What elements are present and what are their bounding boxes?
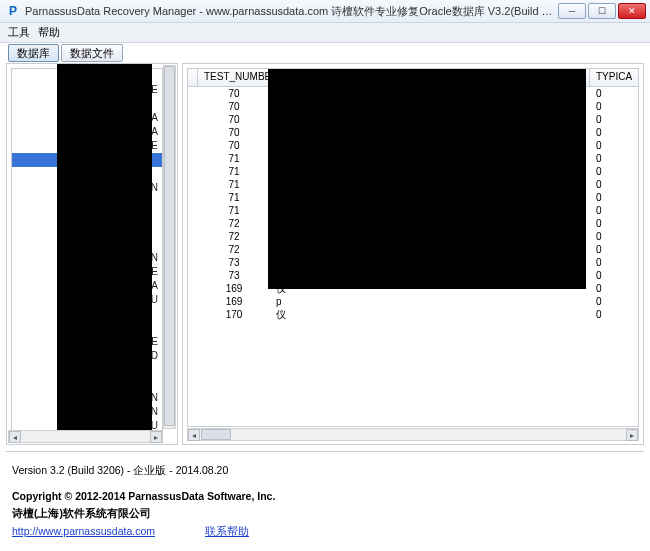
menubar: 工具 帮助 (0, 23, 650, 43)
cell-typica: 0 (590, 87, 638, 100)
cell-typica: 0 (590, 204, 638, 217)
cell-test-number: 70 (198, 126, 270, 139)
cell-test-number: 72 (198, 217, 270, 230)
redacted-overlay-right (268, 69, 586, 289)
scroll-left-icon[interactable]: ◂ (9, 431, 21, 443)
left-panel: _HE_LA_TA_TEMENLEN_HEMA_RUOCEEADLENLENCO… (6, 63, 178, 445)
cell-test-number: 71 (198, 152, 270, 165)
app-icon: P (6, 4, 20, 18)
cell-typica: 0 (590, 113, 638, 126)
cell-test-number: 73 (198, 269, 270, 282)
company-line: 诗檀(上海)软件系统有限公司 (12, 507, 151, 519)
scroll-right-icon[interactable]: ▸ (150, 431, 162, 443)
cell-test-number: 170 (198, 308, 270, 321)
cell-typica: 0 (590, 139, 638, 152)
cell-n: 仪 (270, 308, 292, 321)
cell-typica: 0 (590, 308, 638, 321)
cell-test-number: 71 (198, 165, 270, 178)
cell-typica: 0 (590, 256, 638, 269)
table-row[interactable]: 170仪0 (188, 308, 638, 321)
cell-test-number: 169 (198, 282, 270, 295)
cell-typica: 0 (590, 191, 638, 204)
cell-test-number: 73 (198, 256, 270, 269)
menu-tools[interactable]: 工具 (8, 25, 30, 40)
scroll-right-icon[interactable]: ▸ (626, 429, 638, 441)
right-panel: TEST_NUMBER N TYPICA 70粘070水070水070语070稿… (182, 63, 644, 445)
window-titlebar: P ParnassusData Recovery Manager - www.p… (0, 0, 650, 23)
website-link[interactable]: http://www.parnassusdata.com (12, 523, 155, 539)
grid-header-typica[interactable]: TYPICA (590, 69, 638, 86)
footer-panel: Version 3.2 (Build 3206) - 企业版 - 2014.08… (6, 451, 644, 545)
cell-typica: 0 (590, 165, 638, 178)
tab-datafile[interactable]: 数据文件 (61, 44, 123, 62)
window-buttons: ─ ☐ ✕ (558, 3, 646, 19)
copyright-line: Copyright © 2012-2014 ParnassusData Soft… (12, 490, 275, 502)
cell-test-number: 71 (198, 204, 270, 217)
contact-link[interactable]: 联系帮助 (205, 523, 249, 539)
cell-test-number: 70 (198, 100, 270, 113)
cell-test-number: 72 (198, 243, 270, 256)
left-scrollbar-vertical[interactable] (163, 65, 176, 429)
cell-test-number: 70 (198, 139, 270, 152)
cell-n: p (270, 295, 292, 308)
cell-typica: 0 (590, 243, 638, 256)
menu-help[interactable]: 帮助 (38, 25, 60, 40)
data-grid[interactable]: TEST_NUMBER N TYPICA 70粘070水070水070语070稿… (187, 68, 639, 427)
cell-typica: 0 (590, 100, 638, 113)
left-scrollbar-horizontal[interactable]: ◂ ▸ (8, 430, 163, 443)
scroll-thumb[interactable] (164, 66, 175, 426)
maximize-button[interactable]: ☐ (588, 3, 616, 19)
cell-test-number: 70 (198, 113, 270, 126)
right-scrollbar-horizontal[interactable]: ◂ ▸ (187, 428, 639, 441)
cell-test-number: 71 (198, 178, 270, 191)
cell-test-number: 71 (198, 191, 270, 204)
cell-typica: 0 (590, 295, 638, 308)
cell-test-number: 72 (198, 230, 270, 243)
cell-typica: 0 (590, 282, 638, 295)
cell-typica: 0 (590, 217, 638, 230)
cell-typica: 0 (590, 126, 638, 139)
version-line: Version 3.2 (Build 3206) - 企业版 - 2014.08… (12, 462, 638, 478)
redacted-overlay-left (57, 64, 152, 439)
cell-test-number: 169 (198, 295, 270, 308)
grid-header-spacer (188, 69, 198, 86)
scroll-thumb[interactable] (201, 429, 231, 440)
table-row[interactable]: 169p0 (188, 295, 638, 308)
scroll-left-icon[interactable]: ◂ (188, 429, 200, 441)
close-button[interactable]: ✕ (618, 3, 646, 19)
window-title: ParnassusData Recovery Manager - www.par… (25, 4, 558, 19)
cell-typica: 0 (590, 269, 638, 282)
cell-test-number: 70 (198, 87, 270, 100)
minimize-button[interactable]: ─ (558, 3, 586, 19)
grid-header-test-number[interactable]: TEST_NUMBER (198, 69, 270, 86)
cell-typica: 0 (590, 152, 638, 165)
tab-toolbar: 数据库 数据文件 (0, 43, 650, 63)
tab-database[interactable]: 数据库 (8, 44, 59, 62)
cell-typica: 0 (590, 178, 638, 191)
workspace: _HE_LA_TA_TEMENLEN_HEMA_RUOCEEADLENLENCO… (0, 63, 650, 445)
cell-typica: 0 (590, 230, 638, 243)
